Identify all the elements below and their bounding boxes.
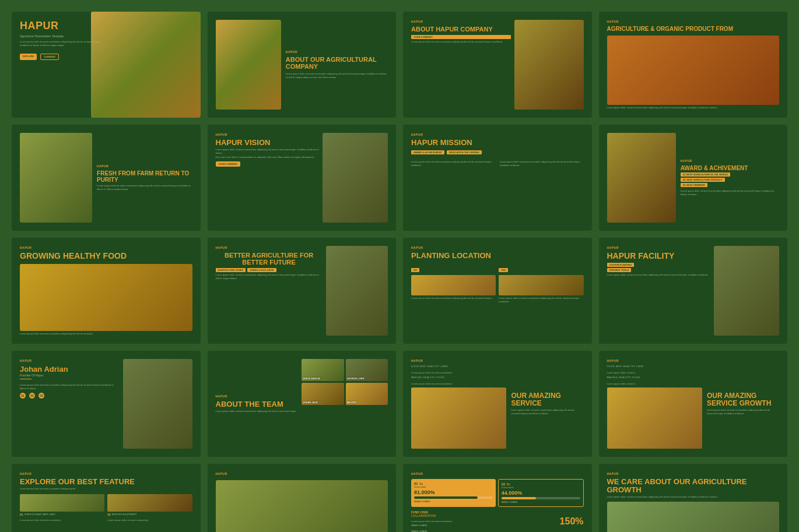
slide-7-body1: Lorem ipsum dolor sit amet consectetur a… <box>411 160 495 167</box>
total-label: IMAGE SHARE <box>411 524 453 527</box>
slide-7-body2: Lorem ipsum dolor sit amet consectetur a… <box>500 160 584 167</box>
slide-15-section2: MAKING HEALTHY FOOD <box>411 376 506 379</box>
slide-17-title: EXPLORE OUR BEST FEATURE <box>20 478 192 486</box>
slide-9-logo: HAPUR <box>20 246 192 249</box>
collab-body: Lorem ipsum dolor sit amet consectetur. <box>411 520 453 523</box>
fund1-label: Some label <box>414 485 493 488</box>
slide-6-body2: Duis aute irure dolor in reprehenderit i… <box>216 156 319 159</box>
company-button[interactable]: COMPANY <box>40 54 59 60</box>
team-photo-grid: ERICA GARCIA GEORGE LORD JOHAN JACK MELT… <box>302 359 388 405</box>
slide-1-logo: HAPUR <box>20 20 106 32</box>
slide-14-logo: HAPUR <box>216 394 299 398</box>
slide-17-feat1-body: Lorem ipsum dolor sit amet consectetur. <box>20 519 104 522</box>
team-member-3-name: JOHAN JACK <box>303 401 318 404</box>
slide-12-body: Lorem ipsum dolor sit amet consectetur a… <box>607 273 710 277</box>
slide-15-body: Lorem ipsum dolor sit amet consectetur a… <box>511 408 583 415</box>
slide-9-body: Lorem ipsum dolor sit amet consectetur a… <box>20 332 192 336</box>
slide-20-title: WE CARE ABOUT OUR AGRICULTURE GROWTH <box>607 478 780 495</box>
slide-6-body: Lorem ipsum dolor sit amet consectetur a… <box>216 148 319 154</box>
slide-17-img2 <box>107 494 192 512</box>
slide-team-member: HAPUR Johan Adrian Founder Of Hapur Lore… <box>12 351 201 457</box>
slide-1-body: Lorem ipsum dolor sit amet consectetur a… <box>20 40 106 47</box>
slide-15-title: OUR AMAZING SERVICE <box>511 392 583 407</box>
slide-7-tag1: AWARD & ACHIEVEMENT <box>411 150 444 154</box>
slide-7-title: HAPUR MISSION <box>411 139 584 147</box>
slide-13-body: Lorem ipsum dolor sit amet consectetur a… <box>20 383 120 390</box>
award-2-num: 02. BEST AGRICULTURE PRODUCT <box>681 178 725 182</box>
fund2-letter: Bb <box>506 482 510 486</box>
team-member-2: GEORGE LORD <box>346 359 388 381</box>
fund-card-2: 02 Bb Some label 44.000% IMAGE SHARE <box>498 479 584 507</box>
slide-11-body1: Lorem ipsum dolor sit amet consectetur a… <box>411 297 496 300</box>
slide-15-section2-body: Lorem ipsum dolor sit amet consectetur. <box>411 382 506 386</box>
slide-team: HAPUR ABOUT THE TEAM Lorem ipsum dolor s… <box>208 351 397 457</box>
slide-11-logo: HAPUR <box>411 246 584 249</box>
slide-5-image <box>20 133 92 223</box>
slide-8-title: AWARD & ACHIVEMENT <box>681 165 779 171</box>
slide-mission: HAPUR HAPUR MISSION AWARD & ACHIEVEMENT … <box>403 125 592 231</box>
slide-16-s2-body: Lorem ipsum dolor sit amet. <box>607 382 702 386</box>
slide-13-num3: 03 <box>38 393 44 399</box>
slide-13-image <box>123 359 192 449</box>
slide-12-image <box>714 246 779 336</box>
slide-4-body: Lorem ipsum dolor sit amet consectetur a… <box>607 106 780 110</box>
fund1-image-share: IMAGE SHARE <box>414 500 493 503</box>
fund2-pct: 44.000% <box>502 490 580 496</box>
slide-6-title: HAPUR VISION <box>216 139 319 147</box>
slide-10-title: BETTER AGRICULTURE FOR BETTER FUTURE <box>216 252 323 266</box>
slide-3-logo: HAPUR <box>411 20 511 23</box>
slide-2-logo: HAPUR <box>286 50 388 54</box>
slide-17-feat1: SPACIOUS AND SAFE LAND <box>24 513 55 516</box>
slide-13-name: Johan Adrian <box>20 365 120 374</box>
collab-label: COLLABORATION <box>411 514 453 517</box>
slide-17-logo: HAPUR <box>20 472 192 475</box>
slide-4-logo: HAPUR <box>607 20 780 23</box>
slide-12-tag1: CUSTOM PLANTING <box>607 263 635 267</box>
slide-10-logo: HAPUR <box>216 246 323 249</box>
slide-20-logo: HAPUR <box>607 472 780 475</box>
slide-best-feature: HAPUR EXPLORE OUR BEST FEATURE Lorem ips… <box>12 464 201 532</box>
slide-4-image <box>607 36 780 105</box>
fund2-image-share: IMAGE SHARE <box>502 501 580 503</box>
fund2-progress-fill <box>502 497 536 499</box>
slide-15-section1-body: Lorem ipsum dolor sit amet consectetur. <box>411 371 506 375</box>
slide-11-img1 <box>411 275 496 295</box>
slide-18-image <box>216 480 388 532</box>
slide-14-body: Lorem ipsum dolor sit amet consectetur a… <box>216 410 299 413</box>
slide-16-section2: MAKING HEALTHY FOOD <box>607 376 702 379</box>
award-3-num: 03. BEST FARMERS <box>681 183 707 187</box>
slide-3-image <box>514 20 583 110</box>
slide-about-agricultural: HAPUR ABOUT OUR AGRICULTURAL COMPANY Lor… <box>208 12 397 118</box>
team-member-2-name: GEORGE LORD <box>347 377 365 380</box>
slide-11-body2: Lorem ipsum dolor sit amet consectetur a… <box>499 297 583 303</box>
slide-13-logo: HAPUR <box>20 359 120 362</box>
slide-2-body: Lorem ipsum dolor sit amet consectetur a… <box>286 72 388 79</box>
slide-1-subtitle: Agriculture Presentation Template <box>20 34 106 38</box>
slide-20-body: Lorem ipsum dolor sit amet consectetur a… <box>607 495 780 499</box>
slide-6-btn[interactable]: YOUR COMPANY <box>216 161 241 167</box>
slide-2-title: ABOUT OUR AGRICULTURAL COMPANY <box>286 56 388 70</box>
slide-11-img2 <box>499 275 583 295</box>
slide-10-tag1: AGRICULTURE ZONES <box>216 268 246 272</box>
slide-planting-location: HAPUR PLANTING LOCATION NO Lorem ipsum d… <box>403 238 592 344</box>
slide-8-body: Lorem ipsum dolor sit amet consectetur a… <box>681 189 779 196</box>
slide-amazing-service: HAPUR GOOD AND HEALTHY CARE Lorem ipsum … <box>403 351 592 457</box>
fund2-label: Some label <box>502 486 580 489</box>
slide-11-title: PLANTING LOCATION <box>411 252 584 260</box>
slide-16-s1-body: Lorem ipsum dolor sit amet. <box>607 371 702 375</box>
slide-13-name-title: Founder Of Hapur <box>20 374 120 377</box>
slide-about-hapur: HAPUR ABOUT HAPUR COMPANY YOUR COMPANY L… <box>403 12 592 118</box>
slide-facility: HAPUR HAPUR FACILITY CUSTOM PLANTING OPE… <box>599 238 788 344</box>
slide-17-body: Lorem ipsum dolor sit amet consectetur a… <box>20 487 192 491</box>
fund2-progress-bar <box>502 497 580 499</box>
slide-17-img1 <box>20 494 104 512</box>
slide-6-image <box>323 133 388 223</box>
explore-button[interactable]: EXPLORE <box>20 54 37 60</box>
slide-16-title: OUR AMAZING SERVICE GROWTH <box>707 392 779 407</box>
slide-16-body: Lorem ipsum dolor sit amet consectetur a… <box>707 408 779 415</box>
total-pct: 150% <box>560 516 584 527</box>
team-member-1-name: ERICA GARCIA <box>303 377 320 380</box>
slide-14-title: ABOUT THE TEAM <box>216 400 299 408</box>
team-member-4: MELTED <box>346 383 388 405</box>
slide-7-tag2: DEDICATION THE ORIGINS <box>447 150 482 154</box>
